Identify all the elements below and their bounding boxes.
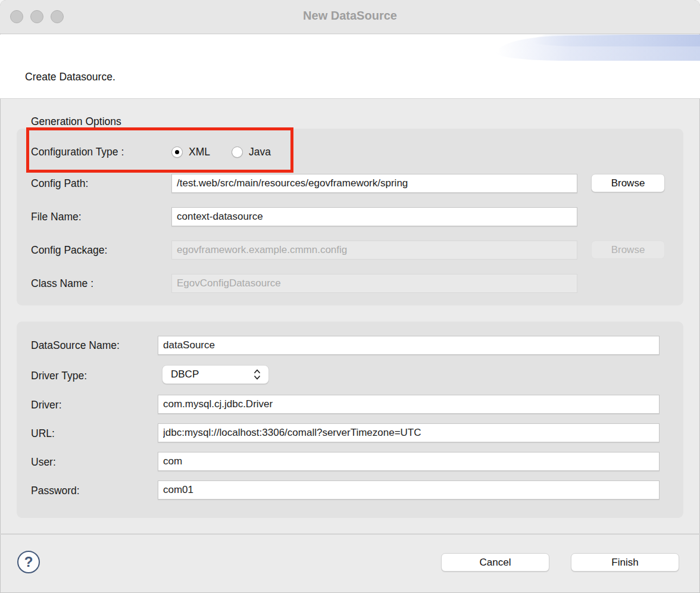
chevron-up-down-icon [249,369,265,380]
driver-type-select[interactable]: DBCP [162,365,269,384]
driver-type-selected-value: DBCP [162,369,249,380]
config-package-browse-button: Browse [591,241,665,259]
config-path-label: Config Path: [31,177,88,190]
cancel-button[interactable]: Cancel [441,553,549,572]
decorative-swoosh [492,35,700,62]
new-datasource-dialog: New DataSource Create Datasource. Genera… [0,0,700,593]
config-path-input[interactable] [171,174,577,193]
radio-xml[interactable] [171,146,183,158]
wizard-description: Create Datasource. [25,71,115,83]
window-title: New DataSource [0,9,700,23]
password-input[interactable] [158,480,660,500]
radio-java-label[interactable]: Java [249,146,271,158]
question-mark-icon: ? [24,554,33,570]
finish-button[interactable]: Finish [571,553,679,572]
generation-options-label: Generation Options [31,116,121,128]
configuration-type-label: Configuration Type : [31,146,124,158]
wizard-header: Create Datasource. [0,35,700,99]
file-name-input[interactable] [171,207,577,226]
config-package-input [171,241,577,260]
radio-selected-dot [175,150,179,154]
help-button[interactable]: ? [17,551,40,573]
driver-label: Driver: [31,399,62,411]
radio-java[interactable] [232,146,243,158]
driver-input[interactable] [158,395,660,414]
file-name-label: File Name: [31,211,82,223]
class-name-label: Class Name : [31,277,93,290]
config-package-label: Config Package: [31,244,107,257]
password-label: Password: [31,485,80,497]
user-label: User: [31,456,56,469]
datasource-name-input[interactable] [158,336,660,355]
footer-divider [0,533,700,535]
user-input[interactable] [158,452,660,471]
driver-type-label: Driver Type: [31,370,87,382]
titlebar: New DataSource [0,0,700,34]
url-label: URL: [31,427,55,440]
config-path-browse-button[interactable]: Browse [591,174,665,192]
datasource-name-label: DataSource Name: [31,339,120,352]
class-name-input [171,274,577,293]
radio-xml-label[interactable]: XML [189,146,210,158]
url-input[interactable] [158,423,660,442]
